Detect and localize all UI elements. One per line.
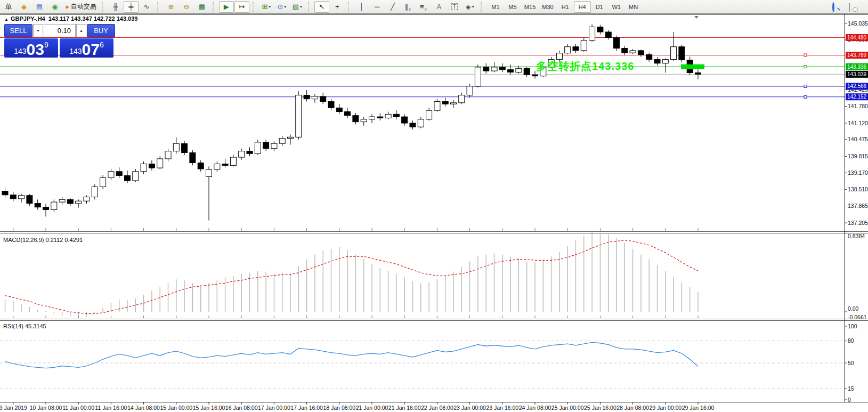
candle-body [328, 101, 334, 108]
candle-body [524, 68, 530, 75]
level-line-handle[interactable] [804, 66, 807, 68]
search-icon[interactable] [830, 1, 846, 13]
sell-price-big: 03 [27, 43, 44, 56]
candle-body [353, 116, 359, 122]
price-axis-label: 141.780 [848, 103, 868, 109]
timeframe-h4[interactable]: H4 [574, 1, 591, 13]
crosshair-icon[interactable]: + [330, 1, 345, 13]
time-axis-label: 23 Jan 00:00 [453, 405, 486, 411]
chart-annotation-text[interactable]: 多空转折点143.336 [536, 59, 634, 74]
volume-down-button[interactable]: ▼ [33, 24, 43, 37]
timeframe-w1[interactable]: W1 [608, 1, 625, 13]
candle-body [605, 32, 611, 38]
symbol-collapse-icon[interactable]: ▲ [4, 17, 9, 22]
volume-input[interactable] [44, 24, 76, 37]
chart-canvas[interactable]: 0.83840.00-0.066110080501509 Jan 201910 … [0, 14, 868, 412]
toolbar-separator [308, 2, 312, 12]
level-line-handle[interactable] [804, 95, 807, 98]
zoom-in-icon[interactable]: ⊕ [164, 1, 179, 13]
chart-shift-icon[interactable]: ↦ [234, 1, 249, 13]
equidistant-channel-icon[interactable]: ∥E [401, 1, 416, 13]
price-axis-label: 138.510 [848, 186, 868, 192]
time-axis-label: 17 Jan 00:00 [258, 405, 290, 411]
price-level-badge-text: 144.480 [847, 35, 867, 41]
candle-body [679, 47, 685, 60]
candle-body [43, 207, 49, 210]
candle-body [312, 96, 318, 99]
candle-body [581, 41, 587, 51]
templates-icon[interactable]: ▧▾ [290, 1, 305, 13]
candle-body [59, 199, 65, 202]
line-chart-icon[interactable]: ∿ [139, 1, 154, 13]
buy-price-tile[interactable]: 143076 [60, 38, 113, 58]
candle-body [230, 157, 236, 165]
zoom-out-icon[interactable]: ⊖ [179, 1, 194, 13]
price-axis-label: 145.035 [848, 20, 868, 27]
toolbar-items: 单◆▤◉●自动交易╫╪∿⊕⊖▦▶↦⊞▾⊙▾▧▾↖+│─╱∥E≡FAT◈▾ [1, 1, 486, 13]
candle-body [141, 164, 147, 171]
sell-price-tile[interactable]: 143039 [4, 38, 58, 58]
candle-body [385, 114, 391, 118]
axis-label: 0 [848, 397, 851, 403]
candle-body [361, 119, 367, 122]
chat-icon[interactable] [847, 1, 863, 13]
candle-body [662, 60, 668, 63]
horizontal-line-icon[interactable]: ─ [370, 1, 385, 13]
macd-current-values: 0.2112 0.4291 [45, 237, 83, 243]
candle-body [630, 51, 636, 53]
level-line-handle[interactable] [804, 85, 807, 87]
candle-body [393, 114, 399, 117]
time-axis-label: 29 Jan 00:00 [649, 405, 682, 411]
price-axis-label: 137.205 [848, 220, 868, 226]
arrows-icon[interactable]: ◈▾ [463, 1, 477, 13]
bar-chart-icon[interactable]: ╫ [108, 1, 123, 13]
buy-button[interactable]: BUY [87, 24, 115, 37]
candle-body [451, 103, 457, 104]
fibonacci-icon[interactable]: ≡F [416, 1, 431, 13]
volume-up-button[interactable]: ▲ [76, 24, 86, 37]
toolbar: 单◆▤◉●自动交易╫╪∿⊕⊖▦▶↦⊞▾⊙▾▧▾↖+│─╱∥E≡FAT◈▾ M1M… [0, 0, 868, 14]
candle-body [459, 95, 465, 102]
timeframe-mn[interactable]: MN [625, 1, 642, 13]
cursor-icon[interactable]: ↖ [314, 1, 329, 13]
candle-body [434, 101, 440, 110]
timeframe-h1[interactable]: H1 [557, 1, 574, 13]
timeframe-d1[interactable]: D1 [591, 1, 608, 13]
level-line-handle[interactable] [804, 54, 807, 56]
time-axis-label: 23 Jan 16:00 [486, 405, 518, 411]
annotation-highlight-bar[interactable] [681, 64, 704, 69]
autotrading-icon[interactable]: ●自动交易 [63, 1, 99, 13]
candle-body [214, 164, 220, 169]
timeframe-m15[interactable]: M15 [521, 1, 539, 13]
timeframe-m5[interactable]: M5 [504, 1, 521, 13]
candle-body [377, 117, 383, 118]
timeframe-m1[interactable]: M1 [487, 1, 504, 13]
vertical-line-icon[interactable]: │ [354, 1, 369, 13]
candle-body [10, 195, 16, 199]
text-label-icon[interactable]: T [447, 1, 462, 13]
price-axis-label: 139.815 [848, 153, 868, 159]
new-order[interactable]: 单 [1, 1, 16, 13]
candle-body [499, 67, 505, 70]
time-axis-label: 15 Jan 16:00 [193, 405, 225, 411]
text-icon[interactable]: A [432, 1, 447, 13]
sell-button[interactable]: SELL [4, 24, 33, 37]
macd-name: MACD(12,26,9) [3, 237, 44, 243]
auto-scroll-icon[interactable]: ▶ [219, 1, 234, 13]
time-axis-label: 18 Jan 08:00 [323, 405, 355, 411]
timeframe-m30[interactable]: M30 [539, 1, 556, 13]
candle-body [247, 151, 253, 154]
indicators-icon[interactable]: ⊞▾ [259, 1, 274, 13]
charts-cloud-icon[interactable]: ▤ [32, 1, 47, 13]
candlestick-chart-icon[interactable]: ╪ [124, 1, 139, 13]
chart-profile-icon[interactable]: ◆ [17, 1, 31, 13]
candle-body [426, 110, 432, 119]
periods-icon[interactable]: ⊙▾ [274, 1, 289, 13]
market-radar-icon[interactable]: ◉ [47, 1, 62, 13]
time-axis-label: 9 Jan 2019 [0, 405, 27, 411]
candle-body [67, 199, 73, 204]
candle-body [516, 68, 522, 72]
trendline-icon[interactable]: ╱ [385, 1, 400, 13]
tile-windows-icon[interactable]: ▦ [194, 1, 209, 13]
chart-title: ▲GBPJPY-,H4 143.117 143.347 142.722 143.… [4, 15, 137, 22]
